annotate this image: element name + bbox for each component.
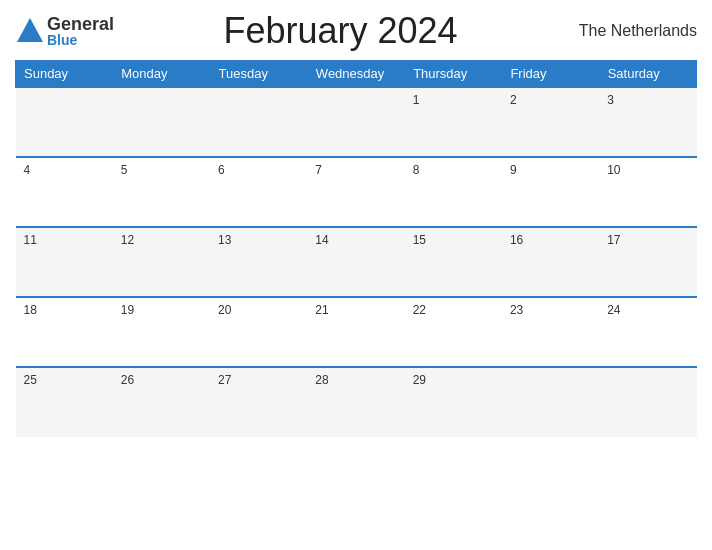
header-tuesday: Tuesday <box>210 61 307 88</box>
day-cell: 23 <box>502 297 599 367</box>
calendar-title: February 2024 <box>114 10 567 52</box>
day-cell: 7 <box>307 157 404 227</box>
day-number: 24 <box>607 303 620 317</box>
calendar-page: General Blue February 2024 The Netherlan… <box>0 0 712 550</box>
day-number: 14 <box>315 233 328 247</box>
logo-blue-text: Blue <box>47 33 77 47</box>
day-cell: 25 <box>16 367 113 437</box>
day-cell: 26 <box>113 367 210 437</box>
day-number: 2 <box>510 93 517 107</box>
day-cell: 5 <box>113 157 210 227</box>
day-cell: 22 <box>405 297 502 367</box>
day-cell: 14 <box>307 227 404 297</box>
day-cell: 15 <box>405 227 502 297</box>
day-number: 26 <box>121 373 134 387</box>
header-sunday: Sunday <box>16 61 113 88</box>
logo-icon <box>15 16 45 46</box>
week-row-2: 45678910 <box>16 157 697 227</box>
day-cell <box>307 87 404 157</box>
day-cell: 1 <box>405 87 502 157</box>
header-wednesday: Wednesday <box>307 61 404 88</box>
day-cell: 4 <box>16 157 113 227</box>
day-number: 22 <box>413 303 426 317</box>
day-number: 19 <box>121 303 134 317</box>
week-row-3: 11121314151617 <box>16 227 697 297</box>
day-number: 10 <box>607 163 620 177</box>
day-cell: 8 <box>405 157 502 227</box>
day-cell: 3 <box>599 87 696 157</box>
header: General Blue February 2024 The Netherlan… <box>15 10 697 52</box>
country-label: The Netherlands <box>567 22 697 40</box>
day-cell <box>16 87 113 157</box>
day-cell <box>113 87 210 157</box>
day-cell: 10 <box>599 157 696 227</box>
day-number: 3 <box>607 93 614 107</box>
header-saturday: Saturday <box>599 61 696 88</box>
day-number: 28 <box>315 373 328 387</box>
day-number: 5 <box>121 163 128 177</box>
day-number: 16 <box>510 233 523 247</box>
day-cell: 9 <box>502 157 599 227</box>
day-cell: 11 <box>16 227 113 297</box>
day-number: 9 <box>510 163 517 177</box>
day-number: 1 <box>413 93 420 107</box>
day-cell: 29 <box>405 367 502 437</box>
day-number: 15 <box>413 233 426 247</box>
calendar-header: Sunday Monday Tuesday Wednesday Thursday… <box>16 61 697 88</box>
logo-general-text: General <box>47 15 114 33</box>
day-cell: 24 <box>599 297 696 367</box>
day-number: 27 <box>218 373 231 387</box>
day-cell: 16 <box>502 227 599 297</box>
day-number: 12 <box>121 233 134 247</box>
calendar-body: 1234567891011121314151617181920212223242… <box>16 87 697 437</box>
day-number: 21 <box>315 303 328 317</box>
day-number: 23 <box>510 303 523 317</box>
day-number: 29 <box>413 373 426 387</box>
day-cell <box>210 87 307 157</box>
day-number: 11 <box>24 233 37 247</box>
day-number: 25 <box>24 373 37 387</box>
days-header-row: Sunday Monday Tuesday Wednesday Thursday… <box>16 61 697 88</box>
week-row-1: 123 <box>16 87 697 157</box>
header-monday: Monday <box>113 61 210 88</box>
day-cell: 21 <box>307 297 404 367</box>
day-number: 7 <box>315 163 322 177</box>
logo-text: General Blue <box>47 15 114 47</box>
day-cell: 2 <box>502 87 599 157</box>
day-cell: 27 <box>210 367 307 437</box>
day-cell: 17 <box>599 227 696 297</box>
day-cell: 12 <box>113 227 210 297</box>
day-cell: 13 <box>210 227 307 297</box>
header-friday: Friday <box>502 61 599 88</box>
week-row-4: 18192021222324 <box>16 297 697 367</box>
day-cell: 28 <box>307 367 404 437</box>
day-cell: 18 <box>16 297 113 367</box>
day-cell: 19 <box>113 297 210 367</box>
day-number: 6 <box>218 163 225 177</box>
day-cell: 6 <box>210 157 307 227</box>
logo: General Blue <box>15 15 114 47</box>
calendar-table: Sunday Monday Tuesday Wednesday Thursday… <box>15 60 697 437</box>
day-number: 4 <box>24 163 31 177</box>
day-number: 20 <box>218 303 231 317</box>
day-cell <box>502 367 599 437</box>
day-number: 13 <box>218 233 231 247</box>
day-number: 8 <box>413 163 420 177</box>
header-thursday: Thursday <box>405 61 502 88</box>
day-cell <box>599 367 696 437</box>
week-row-5: 2526272829 <box>16 367 697 437</box>
day-number: 18 <box>24 303 37 317</box>
svg-marker-0 <box>17 18 43 42</box>
day-cell: 20 <box>210 297 307 367</box>
day-number: 17 <box>607 233 620 247</box>
